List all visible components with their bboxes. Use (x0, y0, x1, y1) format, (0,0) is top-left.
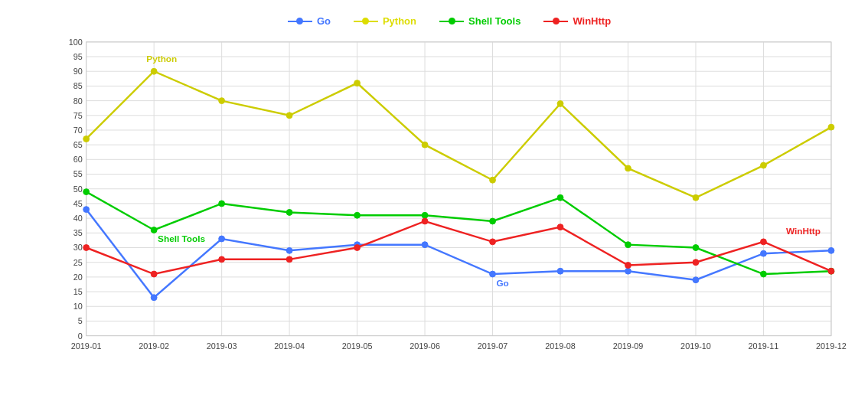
svg-point-105 (219, 256, 225, 263)
svg-text:95: 95 (73, 52, 83, 61)
svg-point-75 (625, 268, 631, 274)
svg-text:WinHttp: WinHttp (786, 226, 821, 237)
svg-point-109 (490, 239, 496, 245)
legend-label-winhttp: WinHttp (573, 15, 611, 27)
legend-item-shell: Shell Tools (439, 15, 520, 27)
svg-point-67 (83, 207, 90, 213)
svg-text:2019-10: 2019-10 (680, 341, 711, 351)
svg-text:Shell Tools: Shell Tools (158, 233, 205, 244)
svg-text:Python: Python (146, 54, 177, 64)
svg-point-110 (557, 224, 563, 230)
svg-text:10: 10 (73, 302, 83, 311)
svg-text:2019-05: 2019-05 (342, 341, 373, 351)
svg-text:2019-07: 2019-07 (478, 341, 508, 351)
svg-text:80: 80 (73, 96, 83, 106)
svg-point-88 (693, 194, 699, 201)
svg-text:85: 85 (73, 81, 83, 90)
svg-text:35: 35 (73, 228, 83, 237)
svg-point-106 (286, 256, 292, 263)
svg-point-87 (625, 165, 631, 171)
svg-text:40: 40 (73, 214, 83, 223)
svg-point-113 (761, 239, 767, 245)
legend-label-python: Python (383, 15, 416, 27)
svg-point-77 (761, 250, 767, 256)
svg-text:45: 45 (73, 199, 83, 208)
svg-point-89 (761, 162, 767, 168)
svg-point-95 (354, 212, 361, 218)
svg-point-81 (219, 98, 225, 104)
svg-text:0: 0 (78, 331, 83, 341)
svg-point-73 (490, 271, 496, 277)
svg-text:2019-06: 2019-06 (410, 341, 440, 351)
svg-text:70: 70 (73, 126, 83, 135)
svg-point-91 (83, 189, 90, 195)
svg-point-69 (219, 236, 225, 242)
line-chart: 0510152025303540455055606570758085909510… (46, 34, 853, 366)
svg-text:55: 55 (73, 169, 83, 178)
svg-point-83 (354, 80, 361, 86)
svg-point-90 (828, 124, 834, 130)
legend-item-winhttp: WinHttp (543, 15, 611, 27)
svg-point-108 (422, 218, 428, 224)
svg-text:100: 100 (69, 38, 83, 47)
svg-text:2019-03: 2019-03 (207, 341, 237, 351)
svg-text:50: 50 (73, 184, 83, 194)
chart-container: GoPythonShell ToolsWinHttp 0510152025303… (0, 0, 868, 408)
svg-text:20: 20 (73, 273, 83, 282)
svg-point-94 (286, 210, 292, 216)
svg-point-85 (490, 177, 496, 183)
svg-text:90: 90 (73, 67, 83, 76)
svg-point-84 (422, 142, 428, 148)
svg-point-107 (354, 245, 361, 251)
legend-item-go: Go (288, 15, 331, 27)
svg-text:25: 25 (73, 258, 83, 267)
svg-point-111 (625, 263, 631, 269)
svg-point-114 (828, 268, 834, 274)
svg-text:2019-09: 2019-09 (613, 341, 644, 351)
svg-point-99 (625, 242, 631, 248)
svg-point-92 (151, 227, 157, 233)
svg-text:2019-02: 2019-02 (139, 341, 169, 351)
legend-item-python: Python (354, 15, 416, 27)
svg-point-82 (286, 113, 292, 119)
svg-point-101 (761, 271, 767, 277)
legend-label-shell: Shell Tools (468, 15, 520, 27)
svg-text:Go: Go (496, 278, 508, 289)
svg-text:2019-04: 2019-04 (274, 341, 305, 351)
svg-point-98 (557, 194, 563, 201)
chart-legend: GoPythonShell ToolsWinHttp (46, 15, 853, 27)
svg-point-78 (828, 247, 834, 253)
svg-point-76 (693, 277, 699, 283)
svg-point-80 (151, 68, 157, 74)
svg-text:2019-01: 2019-01 (71, 341, 102, 351)
svg-point-70 (286, 247, 292, 253)
svg-text:65: 65 (73, 140, 83, 149)
svg-point-86 (557, 101, 563, 107)
svg-text:2019-08: 2019-08 (545, 341, 576, 351)
svg-point-96 (422, 212, 428, 218)
svg-text:2019-12: 2019-12 (816, 341, 847, 351)
svg-text:75: 75 (73, 111, 83, 120)
svg-point-68 (151, 295, 157, 301)
svg-point-112 (693, 259, 699, 266)
svg-point-72 (422, 242, 428, 248)
svg-point-79 (83, 136, 90, 142)
svg-point-103 (83, 245, 90, 251)
svg-text:60: 60 (73, 155, 83, 164)
svg-text:30: 30 (73, 243, 83, 252)
svg-point-104 (151, 271, 157, 277)
svg-point-100 (693, 245, 699, 251)
svg-text:5: 5 (78, 316, 83, 325)
svg-point-93 (219, 201, 225, 207)
legend-label-go: Go (317, 15, 331, 27)
svg-text:15: 15 (73, 287, 83, 296)
svg-point-97 (490, 218, 496, 224)
svg-point-74 (557, 268, 563, 274)
svg-text:2019-11: 2019-11 (749, 341, 779, 351)
